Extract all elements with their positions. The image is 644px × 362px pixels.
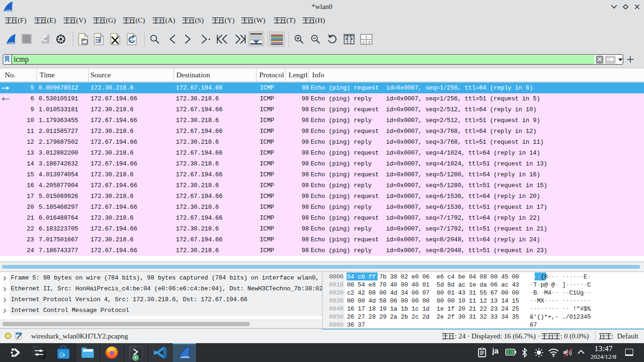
svg-text:2: 2 bbox=[363, 41, 364, 44]
svg-text:1: 1 bbox=[365, 35, 367, 39]
svg-text:3: 3 bbox=[368, 41, 370, 44]
